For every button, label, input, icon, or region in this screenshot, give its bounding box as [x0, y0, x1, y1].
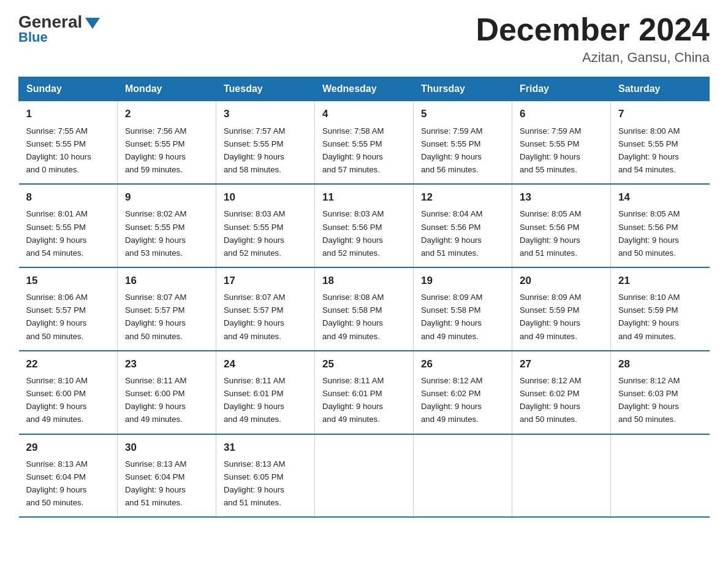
logo-blue-text: Blue	[18, 29, 48, 45]
calendar-cell: 20Sunrise: 8:09 AMSunset: 5:59 PMDayligh…	[512, 267, 611, 351]
day-number: 12	[421, 190, 504, 205]
day-number: 27	[520, 356, 603, 372]
calendar-cell: 23Sunrise: 8:11 AMSunset: 6:00 PMDayligh…	[118, 351, 216, 434]
calendar-cell: 27Sunrise: 8:12 AMSunset: 6:02 PMDayligh…	[512, 351, 611, 434]
day-info: Sunrise: 8:05 AMSunset: 5:56 PMDaylight:…	[520, 207, 603, 259]
calendar-cell: 6Sunrise: 7:59 AMSunset: 5:55 PMDaylight…	[512, 101, 611, 184]
title-section: December 2024 Azitan, Gansu, China	[476, 12, 710, 66]
day-info: Sunrise: 8:03 AMSunset: 5:56 PMDaylight:…	[322, 207, 406, 259]
calendar-cell	[512, 434, 611, 518]
day-info: Sunrise: 8:13 AMSunset: 6:04 PMDaylight:…	[26, 458, 110, 510]
header-tuesday: Tuesday	[216, 77, 315, 101]
day-number: 17	[224, 273, 307, 289]
calendar-cell: 30Sunrise: 8:13 AMSunset: 6:04 PMDayligh…	[118, 434, 216, 518]
day-number: 18	[322, 273, 406, 289]
header-monday: Monday	[118, 77, 216, 101]
day-info: Sunrise: 8:00 AMSunset: 5:55 PMDaylight:…	[618, 124, 702, 177]
calendar-cell: 16Sunrise: 8:07 AMSunset: 5:57 PMDayligh…	[118, 267, 216, 351]
day-number: 4	[322, 106, 406, 122]
calendar-cell: 29Sunrise: 8:13 AMSunset: 6:04 PMDayligh…	[19, 434, 118, 518]
day-info: Sunrise: 8:01 AMSunset: 5:55 PMDaylight:…	[26, 207, 110, 259]
calendar-cell: 1Sunrise: 7:55 AMSunset: 5:55 PMDaylight…	[19, 101, 118, 184]
calendar-cell: 15Sunrise: 8:06 AMSunset: 5:57 PMDayligh…	[19, 267, 118, 351]
day-number: 13	[520, 190, 603, 205]
calendar-cell	[315, 434, 414, 518]
day-info: Sunrise: 7:58 AMSunset: 5:55 PMDaylight:…	[322, 124, 406, 177]
day-number: 10	[224, 190, 307, 205]
day-info: Sunrise: 8:08 AMSunset: 5:58 PMDaylight:…	[322, 291, 406, 343]
calendar-cell: 24Sunrise: 8:11 AMSunset: 6:01 PMDayligh…	[216, 351, 315, 434]
day-info: Sunrise: 8:12 AMSunset: 6:02 PMDaylight:…	[421, 374, 504, 426]
day-info: Sunrise: 7:59 AMSunset: 5:55 PMDaylight:…	[421, 124, 504, 177]
day-number: 24	[224, 356, 307, 372]
header-friday: Friday	[512, 77, 611, 101]
calendar-table: SundayMondayTuesdayWednesdayThursdayFrid…	[18, 77, 710, 518]
day-number: 23	[125, 356, 208, 372]
calendar-cell: 4Sunrise: 7:58 AMSunset: 5:55 PMDaylight…	[315, 101, 414, 184]
location-text: Azitan, Gansu, China	[476, 50, 710, 66]
day-info: Sunrise: 8:12 AMSunset: 6:02 PMDaylight:…	[520, 374, 603, 426]
day-info: Sunrise: 8:11 AMSunset: 6:01 PMDaylight:…	[224, 374, 307, 426]
calendar-cell: 12Sunrise: 8:04 AMSunset: 5:56 PMDayligh…	[414, 184, 512, 267]
header-thursday: Thursday	[414, 77, 512, 101]
calendar-cell: 10Sunrise: 8:03 AMSunset: 5:55 PMDayligh…	[216, 184, 315, 267]
day-number: 22	[26, 356, 110, 372]
calendar-cell: 19Sunrise: 8:09 AMSunset: 5:58 PMDayligh…	[414, 267, 512, 351]
day-number: 15	[26, 273, 110, 289]
day-number: 21	[618, 273, 702, 289]
header-wednesday: Wednesday	[315, 77, 414, 101]
day-info: Sunrise: 8:09 AMSunset: 5:59 PMDaylight:…	[520, 291, 603, 343]
month-title: December 2024	[476, 12, 710, 47]
header-saturday: Saturday	[611, 77, 710, 101]
day-number: 3	[224, 106, 307, 122]
calendar-cell: 18Sunrise: 8:08 AMSunset: 5:58 PMDayligh…	[315, 267, 414, 351]
calendar-cell: 21Sunrise: 8:10 AMSunset: 5:59 PMDayligh…	[611, 267, 710, 351]
calendar-cell: 13Sunrise: 8:05 AMSunset: 5:56 PMDayligh…	[512, 184, 611, 267]
day-info: Sunrise: 8:06 AMSunset: 5:57 PMDaylight:…	[26, 291, 110, 343]
calendar-cell: 3Sunrise: 7:57 AMSunset: 5:55 PMDaylight…	[216, 101, 315, 184]
calendar-cell: 5Sunrise: 7:59 AMSunset: 5:55 PMDaylight…	[414, 101, 512, 184]
day-number: 29	[26, 440, 110, 456]
day-number: 25	[322, 356, 406, 372]
day-number: 20	[520, 273, 603, 289]
day-number: 7	[618, 106, 702, 122]
day-info: Sunrise: 8:11 AMSunset: 6:00 PMDaylight:…	[125, 374, 208, 426]
day-number: 28	[618, 356, 702, 372]
calendar-cell: 28Sunrise: 8:12 AMSunset: 6:03 PMDayligh…	[611, 351, 710, 434]
day-info: Sunrise: 8:05 AMSunset: 5:56 PMDaylight:…	[618, 207, 702, 259]
calendar-week-row: 1Sunrise: 7:55 AMSunset: 5:55 PMDaylight…	[19, 101, 710, 184]
day-number: 16	[125, 273, 208, 289]
logo-triangle-icon	[85, 18, 100, 29]
calendar-cell	[414, 434, 512, 518]
day-info: Sunrise: 7:56 AMSunset: 5:55 PMDaylight:…	[125, 124, 208, 177]
day-info: Sunrise: 8:12 AMSunset: 6:03 PMDaylight:…	[618, 374, 702, 426]
day-number: 6	[520, 106, 603, 122]
calendar-cell: 17Sunrise: 8:07 AMSunset: 5:57 PMDayligh…	[216, 267, 315, 351]
calendar-cell: 25Sunrise: 8:11 AMSunset: 6:01 PMDayligh…	[315, 351, 414, 434]
day-info: Sunrise: 8:02 AMSunset: 5:55 PMDaylight:…	[125, 207, 208, 259]
day-info: Sunrise: 7:55 AMSunset: 5:55 PMDaylight:…	[26, 124, 110, 177]
page-header: General Blue December 2024 Azitan, Gansu…	[18, 12, 710, 66]
day-info: Sunrise: 8:07 AMSunset: 5:57 PMDaylight:…	[224, 291, 307, 343]
calendar-week-row: 15Sunrise: 8:06 AMSunset: 5:57 PMDayligh…	[19, 267, 710, 351]
day-info: Sunrise: 8:11 AMSunset: 6:01 PMDaylight:…	[322, 374, 406, 426]
day-number: 11	[322, 190, 406, 205]
day-number: 5	[421, 106, 504, 122]
calendar-week-row: 29Sunrise: 8:13 AMSunset: 6:04 PMDayligh…	[19, 434, 710, 518]
day-number: 8	[26, 190, 110, 205]
calendar-cell: 9Sunrise: 8:02 AMSunset: 5:55 PMDaylight…	[118, 184, 216, 267]
day-number: 31	[224, 440, 307, 456]
day-number: 1	[26, 106, 110, 122]
day-number: 9	[125, 190, 208, 205]
calendar-cell	[611, 434, 710, 518]
calendar-cell: 22Sunrise: 8:10 AMSunset: 6:00 PMDayligh…	[19, 351, 118, 434]
day-number: 19	[421, 273, 504, 289]
day-info: Sunrise: 8:03 AMSunset: 5:55 PMDaylight:…	[224, 207, 307, 259]
calendar-week-row: 22Sunrise: 8:10 AMSunset: 6:00 PMDayligh…	[19, 351, 710, 434]
day-info: Sunrise: 8:04 AMSunset: 5:56 PMDaylight:…	[421, 207, 504, 259]
day-info: Sunrise: 8:13 AMSunset: 6:05 PMDaylight:…	[224, 458, 307, 510]
logo: General Blue	[18, 12, 100, 45]
day-info: Sunrise: 7:57 AMSunset: 5:55 PMDaylight:…	[224, 124, 307, 177]
day-number: 2	[125, 106, 208, 122]
day-number: 26	[421, 356, 504, 372]
